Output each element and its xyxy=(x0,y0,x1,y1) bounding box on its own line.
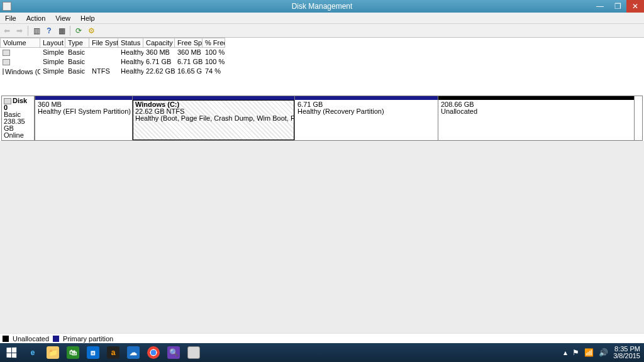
partition-body: Windows (C:)22.62 GB NTFSHealthy (Boot, … xyxy=(133,100,294,140)
cell-pctfree: 74 % xyxy=(203,67,225,76)
view-list-button[interactable]: ▥ xyxy=(31,25,42,36)
cell-type: Basic xyxy=(65,58,89,67)
cell-freespace: 6.71 GB xyxy=(175,58,203,67)
cell-filesystem xyxy=(89,48,118,57)
properties-button[interactable]: ⚙ xyxy=(86,25,97,36)
taskbar-store[interactable]: 🛍 xyxy=(63,343,83,362)
cell-capacity: 6.71 GB xyxy=(143,58,175,67)
menu-action[interactable]: Action xyxy=(21,13,51,24)
tray-clock[interactable]: 8:35 PM 3/8/2015 xyxy=(613,346,640,359)
legend-swatch-primary xyxy=(53,336,59,342)
menu-bar: File Action View Help xyxy=(0,13,644,24)
table-row[interactable]: SimpleBasicHealthy (R...6.71 GB6.71 GB10… xyxy=(0,57,644,67)
help-button[interactable]: ? xyxy=(43,25,55,36)
volume-list-header: Volume Layout Type File System Status Ca… xyxy=(0,38,644,48)
taskbar-chrome[interactable] xyxy=(143,343,164,362)
taskbar: e 📁 🛍 ⧈ a ☁ 🔍 ▴ ⚑ 📶 🔊 8:35 PM 3/8/2015 xyxy=(0,343,644,362)
taskbar-onedrive[interactable]: ☁ xyxy=(123,343,143,362)
cell-status: Healthy (B... xyxy=(118,67,143,76)
window-title: Disk Management xyxy=(292,2,353,11)
taskbar-amazon[interactable]: a xyxy=(103,343,123,362)
cell-layout: Simple xyxy=(40,58,65,67)
start-button[interactable] xyxy=(0,343,23,362)
taskbar-search[interactable]: 🔍 xyxy=(164,343,184,362)
table-row[interactable]: SimpleBasicHealthy (E...360 MB360 MB100 … xyxy=(0,48,644,57)
taskbar-ie[interactable]: e xyxy=(23,343,43,362)
cell-freespace: 360 MB xyxy=(175,48,203,57)
cell-pctfree: 100 % xyxy=(203,48,225,57)
disk-name: Disk 0 xyxy=(4,97,32,111)
refresh-button[interactable]: ⟳ xyxy=(73,25,84,36)
cell-layout: Simple xyxy=(40,67,65,76)
partition-status: Healthy (Recovery Partition) xyxy=(297,108,435,115)
column-type[interactable]: Type xyxy=(65,38,89,48)
maximize-button[interactable]: ❐ xyxy=(609,0,626,13)
cell-type: Basic xyxy=(65,48,89,57)
column-capacity[interactable]: Capacity xyxy=(143,38,175,48)
taskbar-diskmgmt[interactable] xyxy=(184,343,204,362)
forward-button[interactable]: ➡ xyxy=(14,25,25,36)
column-volume[interactable]: Volume xyxy=(0,38,40,48)
tray-volume-icon[interactable]: 🔊 xyxy=(599,349,608,356)
empty-area xyxy=(0,141,644,333)
disk-info[interactable]: Disk 0 Basic 238.35 GB Online xyxy=(2,96,35,140)
back-button[interactable]: ⬅ xyxy=(1,25,13,36)
close-button[interactable]: ✕ xyxy=(626,0,644,13)
tray-flag-icon[interactable]: ⚑ xyxy=(572,349,579,356)
partition-body: 6.71 GBHealthy (Recovery Partition) xyxy=(295,100,438,140)
disk-status: Online xyxy=(4,132,32,139)
title-bar: Disk Management ― ❐ ✕ xyxy=(0,0,644,13)
volume-list[interactable]: Volume Layout Type File System Status Ca… xyxy=(0,38,644,94)
legend-swatch-unallocated xyxy=(3,336,9,342)
partition-status: Healthy (Boot, Page File, Crash Dump, Wi… xyxy=(135,115,292,122)
taskbar-explorer[interactable]: 📁 xyxy=(43,343,63,362)
cell-status: Healthy (R... xyxy=(118,58,143,67)
partition-strip: 360 MBHealthy (EFI System Partition)Wind… xyxy=(35,96,642,140)
menu-file[interactable]: File xyxy=(0,13,21,24)
windows-logo-icon xyxy=(6,348,16,358)
app-icon xyxy=(3,2,11,11)
cell-volume: Windows (C:) xyxy=(0,67,40,76)
disk-graphical-view: Disk 0 Basic 238.35 GB Online 360 MBHeal… xyxy=(1,96,643,141)
tray-chevron-up-icon[interactable]: ▴ xyxy=(564,349,567,356)
column-layout[interactable]: Layout xyxy=(40,38,65,48)
taskbar-dropbox[interactable]: ⧈ xyxy=(83,343,103,362)
partition-primary[interactable]: 360 MBHealthy (EFI System Partition) xyxy=(35,96,133,140)
partition-body: 208.66 GBUnallocated xyxy=(438,100,634,140)
column-filesystem[interactable]: File System xyxy=(89,38,118,48)
partition-status: Healthy (EFI System Partition) xyxy=(38,108,130,115)
column-freespace[interactable]: Free Spa... xyxy=(175,38,203,48)
partition-unallocated[interactable]: 208.66 GBUnallocated xyxy=(438,96,635,140)
legend-label-unallocated: Unallocated xyxy=(13,335,49,343)
tray-date: 3/8/2015 xyxy=(613,353,640,359)
table-row[interactable]: Windows (C:)SimpleBasicNTFSHealthy (B...… xyxy=(0,67,644,76)
system-tray[interactable]: ▴ ⚑ 📶 🔊 8:35 PM 3/8/2015 xyxy=(560,346,644,359)
disk-size: 238.35 GB xyxy=(4,118,32,132)
cell-capacity: 360 MB xyxy=(143,48,175,57)
menu-help[interactable]: Help xyxy=(75,13,100,24)
cell-capacity: 22.62 GB xyxy=(143,67,175,76)
partition-primary[interactable]: 6.71 GBHealthy (Recovery Partition) xyxy=(295,96,438,140)
cell-freespace: 16.65 GB xyxy=(175,67,203,76)
tray-network-icon[interactable]: 📶 xyxy=(584,349,594,356)
work-area: Volume Layout Type File System Status Ca… xyxy=(0,38,644,343)
cell-pctfree: 100 % xyxy=(203,58,225,67)
partition-status: Unallocated xyxy=(441,108,631,115)
menu-view[interactable]: View xyxy=(50,13,75,24)
cell-type: Basic xyxy=(65,67,89,76)
cell-filesystem xyxy=(89,58,118,67)
cell-volume xyxy=(0,48,40,57)
column-status[interactable]: Status xyxy=(118,38,143,48)
cell-layout: Simple xyxy=(40,48,65,57)
cell-status: Healthy (E... xyxy=(118,48,143,57)
partition-body: 360 MBHealthy (EFI System Partition) xyxy=(35,100,132,140)
legend: Unallocated Primary partition xyxy=(0,333,644,343)
column-pctfree[interactable]: % Free xyxy=(203,38,225,48)
cell-filesystem: NTFS xyxy=(89,67,118,76)
view-graphical-button[interactable]: ▦ xyxy=(56,25,67,36)
cell-volume xyxy=(0,58,40,67)
toolbar: ⬅ ➡ ▥ ? ▦ ⟳ ⚙ xyxy=(0,24,644,38)
legend-label-primary: Primary partition xyxy=(63,335,113,343)
partition-primary[interactable]: Windows (C:)22.62 GB NTFSHealthy (Boot, … xyxy=(133,96,295,140)
minimize-button[interactable]: ― xyxy=(591,0,609,13)
